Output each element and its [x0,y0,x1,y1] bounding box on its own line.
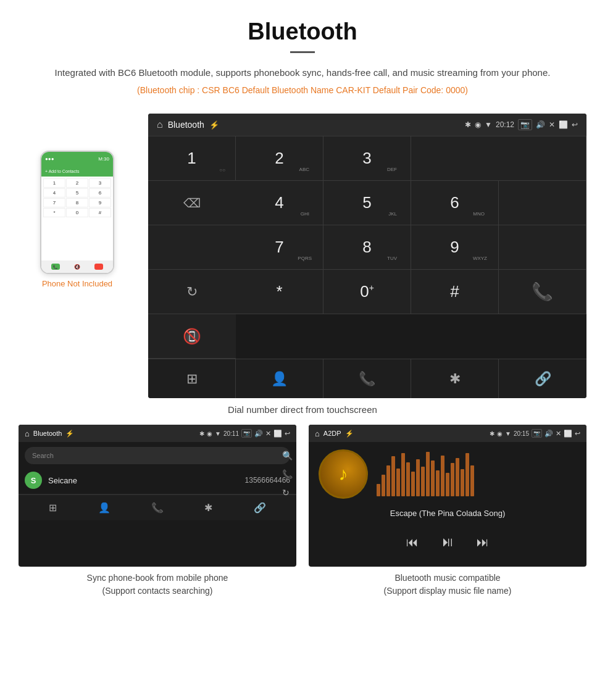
music-camera-icon[interactable]: 📷 [532,429,542,438]
dial-key-9[interactable]: 9 WXYZ [411,225,499,270]
dial-key-7[interactable]: 7 PQRS [236,225,323,270]
contact-avatar: S [25,472,42,489]
pb-user-icon[interactable]: 👤 [98,502,111,514]
pb-screen-icon[interactable]: ⬜ [273,430,282,438]
pb-close-icon[interactable]: ✕ [265,430,271,438]
phone-time: M:30 [98,156,109,162]
volume-icon[interactable]: 🔊 [536,120,545,129]
dial-phone-button[interactable]: 📞 [323,359,411,398]
phone-key-8[interactable]: 8 [66,198,88,207]
phone-end-button[interactable] [94,264,103,270]
dial-key-hash[interactable]: # [411,270,499,314]
prev-track-icon[interactable]: ⏮ [406,535,419,549]
dial-backspace-button[interactable]: ⌫ [148,181,236,225]
phonebook-bottom-bar: ⊞ 👤 📞 ✱ 🔗 [19,494,296,520]
dial-key-2[interactable]: 2 ABC [236,136,323,181]
back-icon[interactable]: ↩ [572,120,578,129]
dial-refresh-button[interactable]: ↻ [148,270,236,314]
dial-answer-button[interactable]: 📞 [499,270,586,314]
visualizer-bar [456,458,459,496]
phone-key-9[interactable]: 9 [89,198,111,207]
dial-sub-pqrs: PQRS [298,256,312,261]
signal-icon: ▼ [485,120,492,129]
music-block: ⌂ A2DP ⚡ ✱ ◉ ▼ 20:15 📷 🔊 ✕ ⬜ ↩ [309,425,586,600]
pb-grid-icon[interactable]: ⊞ [49,502,57,514]
refresh-side-icon[interactable]: ↻ [282,488,293,498]
dial-key-3[interactable]: 3 DEF [323,136,411,181]
location-icon: ◉ [475,120,481,129]
phone-side-icon[interactable]: 📞 [282,469,293,479]
phone-key-0[interactable]: 0 [66,208,88,217]
phone-key-5[interactable]: 5 [66,188,88,198]
phone-key-2[interactable]: 2 [66,178,88,188]
dial-key-8[interactable]: 8 TUV [323,225,411,270]
dial-key-0[interactable]: 0+ [323,270,411,314]
dial-contacts-button[interactable]: 👤 [236,359,323,398]
dial-end-button[interactable]: 📵 [148,314,236,359]
bluetooth-icon: ✱ [449,371,461,387]
dial-link-button[interactable]: 🔗 [499,359,586,398]
dial-key-5[interactable]: 5 JKL [323,181,411,225]
screen-icon[interactable]: ⬜ [559,120,568,129]
pb-vol-icon[interactable]: 🔊 [254,430,263,438]
dial-bottom-bar: ⊞ 👤 📞 ✱ 🔗 [148,359,586,398]
next-track-icon[interactable]: ⏭ [477,535,489,549]
camera-icon[interactable]: 📷 [518,119,532,130]
pb-link-icon[interactable]: 🔗 [254,502,266,514]
dial-empty-2 [148,225,236,270]
phonebook-contact-row[interactable]: S Seicane 13566664466 [19,467,296,494]
dial-grid-icon-button[interactable]: ⊞ [148,359,236,398]
music-vol-icon[interactable]: 🔊 [544,430,553,438]
music-screen-title: A2DP [323,430,341,437]
pb-bt-bottom-icon[interactable]: ✱ [204,502,212,514]
pb-home-icon[interactable]: ⌂ [25,429,30,438]
phonebook-block: ⌂ Bluetooth ⚡ ✱ ◉ ▼ 20:11 📷 🔊 ✕ ⬜ ↩ [19,425,296,600]
phone-key-3[interactable]: 3 [89,178,111,188]
phonebook-caption-line2: (Support contacts searching) [21,585,294,598]
phone-key-4[interactable]: 4 [43,188,65,198]
phone-key-hash[interactable]: # [89,208,111,217]
pb-back-icon[interactable]: ↩ [285,430,290,438]
phone-call-button[interactable]: 📞 [51,264,60,270]
pb-loc-icon: ◉ [207,430,212,437]
dial-status-left: ⌂ Bluetooth ⚡ [157,119,219,130]
dial-key-4[interactable]: 4 GHI [236,181,323,225]
dial-bluetooth-button[interactable]: ✱ [411,359,499,398]
end-call-icon: 📵 [183,328,201,345]
dial-status-bar: ⌂ Bluetooth ⚡ ✱ ◉ ▼ 20:12 📷 🔊 ✕ ⬜ ↩ [148,114,586,136]
play-pause-icon[interactable]: ⏯ [441,534,454,550]
phone-key-star[interactable]: * [43,208,65,217]
music-back-icon[interactable]: ↩ [575,430,580,438]
dial-key-6[interactable]: 6 MNO [411,181,499,225]
dial-sub-ghi: GHI [301,211,309,217]
phone-contact-bar: + Add to Contacts [41,165,113,177]
home-icon[interactable]: ⌂ [157,119,163,130]
pb-signal-icon: ▼ [215,430,221,437]
music-status-right: ✱ ◉ ▼ 20:15 📷 🔊 ✕ ⬜ ↩ [490,429,580,438]
phone-icon: 📞 [359,371,375,387]
specs-text: (Bluetooth chip : CSR BC6 Default Blueto… [49,85,556,95]
dial-key-star[interactable]: * [236,270,323,314]
pb-camera-icon[interactable]: 📷 [241,429,252,438]
visualizer-bar [446,473,449,496]
close-icon[interactable]: ✕ [549,120,555,129]
music-close-icon[interactable]: ✕ [556,430,561,438]
visualizer-bar [470,465,474,496]
phonebook-search-bar[interactable]: Search [25,447,290,464]
dial-caption: Dial number direct from touchscreen [0,398,605,425]
music-home-icon[interactable]: ⌂ [315,429,320,438]
pb-call-icon[interactable]: 📞 [151,502,164,514]
phone-speaker-icon: 🔇 [74,264,80,270]
phone-key-6[interactable]: 6 [89,188,111,198]
music-note-icon: ♪ [339,464,348,485]
phonebook-status-left: ⌂ Bluetooth ⚡ [25,429,74,438]
music-screen-icon[interactable]: ⬜ [564,430,572,438]
title-divider [290,51,315,53]
phonebook-screen: ⌂ Bluetooth ⚡ ✱ ◉ ▼ 20:11 📷 🔊 ✕ ⬜ ↩ [19,425,296,567]
search-icon[interactable]: 🔍 [282,451,293,460]
dial-key-1[interactable]: 1 ○○ [148,136,236,181]
visualizer-bar [382,475,385,496]
phone-key-1[interactable]: 1 [43,178,65,188]
phone-key-7[interactable]: 7 [43,198,65,207]
visualizer-bar [461,469,464,496]
